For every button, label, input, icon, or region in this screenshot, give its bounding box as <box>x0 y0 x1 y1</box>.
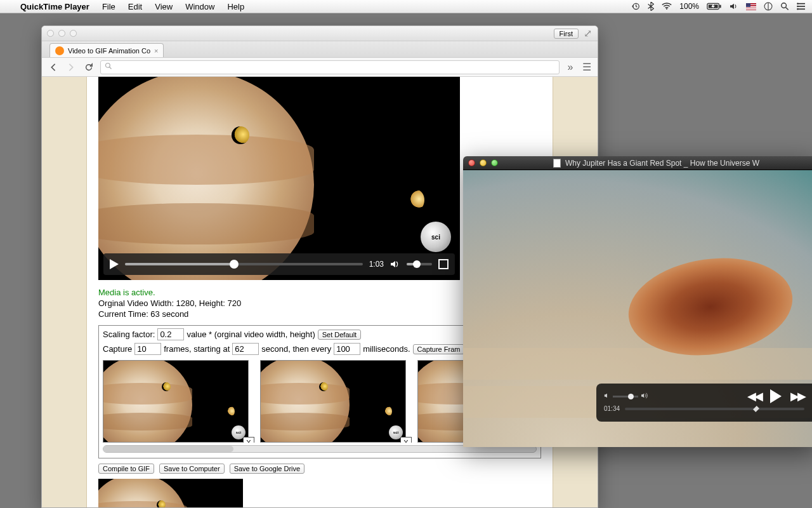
search-icon <box>105 62 112 72</box>
tab-title: Video to GIF Animation Co <box>68 47 150 55</box>
quicktime-controls: ◀◀ ▶▶ 01:34 <box>596 384 812 422</box>
save-computer-button[interactable]: Save to Computer <box>159 464 225 474</box>
bluetooth-icon[interactable] <box>644 2 658 11</box>
browser-titlebar: First ⤢ <box>42 26 598 41</box>
volume-icon[interactable] <box>726 3 742 10</box>
svg-point-12 <box>797 3 799 4</box>
minimize-icon[interactable] <box>480 159 487 166</box>
second-label: second, then every <box>261 344 331 354</box>
help-icon[interactable] <box>760 2 776 11</box>
volume-icon[interactable] <box>390 260 400 269</box>
quicktime-window: Why Jupiter Has a Giant Red Spot _ How t… <box>463 156 812 447</box>
qt-volume[interactable] <box>604 392 648 400</box>
zoom-icon[interactable] <box>70 30 77 37</box>
fullscreen-button[interactable] <box>438 259 449 269</box>
gif-preview <box>98 479 243 507</box>
svg-point-13 <box>797 6 799 8</box>
volume-slider[interactable] <box>407 263 432 265</box>
video-player[interactable]: sci 1:03 <box>98 77 460 280</box>
capture-label: Capture <box>103 344 132 354</box>
back-button[interactable] <box>47 61 60 74</box>
scaling-suffix: value * (orginal video width, height) <box>187 330 315 339</box>
progress-slider[interactable] <box>125 263 363 265</box>
menu-view[interactable]: View <box>148 2 179 11</box>
spotlight-icon[interactable] <box>776 2 793 11</box>
app-name[interactable]: QuickTime Player <box>14 2 96 11</box>
compile-gif-button[interactable]: Compile to GIF <box>98 464 154 474</box>
volume-high-icon <box>641 392 648 400</box>
tab-close-icon[interactable]: × <box>154 47 158 55</box>
svg-point-15 <box>106 64 110 68</box>
battery-percent[interactable]: 100% <box>676 2 703 11</box>
save-drive-button[interactable]: Save to Google Drive <box>230 464 305 474</box>
zoom-icon[interactable] <box>491 159 498 166</box>
close-icon[interactable] <box>468 159 475 166</box>
minimize-icon[interactable] <box>58 30 65 37</box>
video-controls: 1:03 <box>103 253 455 275</box>
volume-low-icon <box>604 392 610 400</box>
fast-forward-button[interactable]: ▶▶ <box>790 389 804 403</box>
menu-help[interactable]: Help <box>221 2 251 11</box>
frames-label: frames, starting at <box>164 344 230 354</box>
quicktime-content[interactable]: ◀◀ ▶▶ 01:34 <box>463 170 812 447</box>
sci-badge: sci <box>421 222 451 252</box>
favicon-icon <box>55 46 64 55</box>
browser-toolbar: » ☰ <box>42 58 598 77</box>
tab-active[interactable]: Video to GIF Animation Co × <box>49 43 164 57</box>
address-bar[interactable] <box>100 60 560 74</box>
svg-point-7 <box>782 3 787 8</box>
forward-button[interactable] <box>65 61 77 74</box>
overflow-icon[interactable]: » <box>565 62 576 73</box>
svg-point-1 <box>666 8 667 10</box>
menu-icon[interactable]: ☰ <box>581 61 593 73</box>
qt-progress-slider[interactable] <box>625 408 804 410</box>
battery-icon[interactable] <box>703 3 726 10</box>
play-button[interactable] <box>110 259 119 269</box>
start-input[interactable] <box>232 343 259 355</box>
play-button[interactable] <box>770 389 782 403</box>
thumbnail-remove-button[interactable]: X <box>243 437 254 443</box>
traffic-lights[interactable] <box>47 30 77 37</box>
frames-input[interactable] <box>134 343 161 355</box>
rewind-button[interactable]: ◀◀ <box>747 389 761 403</box>
first-button[interactable]: First <box>554 29 579 39</box>
capture-frames-button[interactable]: Capture Fram <box>413 344 465 354</box>
menu-window[interactable]: Window <box>179 2 221 11</box>
timemachine-icon[interactable] <box>627 2 644 11</box>
scaling-label: Scaling factor: <box>103 330 155 339</box>
quicktime-titlebar[interactable]: Why Jupiter Has a Giant Red Spot _ How t… <box>463 156 812 170</box>
reload-button[interactable] <box>82 61 95 74</box>
thumbnail-item[interactable]: sci X <box>260 360 406 443</box>
set-default-button[interactable]: Set Default <box>318 330 361 340</box>
ms-label: milliseconds. <box>363 344 410 354</box>
qt-current-time: 01:34 <box>604 405 620 412</box>
thumbnail-item[interactable]: sci X <box>103 360 249 443</box>
svg-line-16 <box>110 67 112 69</box>
qt-volume-slider[interactable] <box>613 396 638 398</box>
tab-bar: Video to GIF Animation Co × <box>42 41 598 58</box>
svg-rect-3 <box>719 5 721 8</box>
interval-input[interactable] <box>334 343 360 355</box>
svg-line-8 <box>786 8 789 10</box>
menu-edit[interactable]: Edit <box>122 2 148 11</box>
video-frame: sci <box>98 77 460 280</box>
action-buttons: Compile to GIF Save to Computer Save to … <box>98 464 541 474</box>
wifi-icon[interactable] <box>658 3 676 10</box>
notification-icon[interactable] <box>793 3 812 10</box>
video-time: 1:03 <box>369 260 384 269</box>
menubar: QuickTime Player File Edit View Window H… <box>0 0 812 13</box>
menu-file[interactable]: File <box>96 2 122 11</box>
scaling-input[interactable] <box>157 328 184 340</box>
fullscreen-icon[interactable]: ⤢ <box>582 29 593 39</box>
quicktime-title: Why Jupiter Has a Giant Red Spot _ How t… <box>565 159 759 168</box>
document-icon <box>553 159 561 168</box>
flag-icon[interactable] <box>742 3 760 10</box>
thumbnail-remove-button[interactable]: X <box>400 437 412 443</box>
svg-point-14 <box>797 8 799 10</box>
close-icon[interactable] <box>47 30 54 37</box>
